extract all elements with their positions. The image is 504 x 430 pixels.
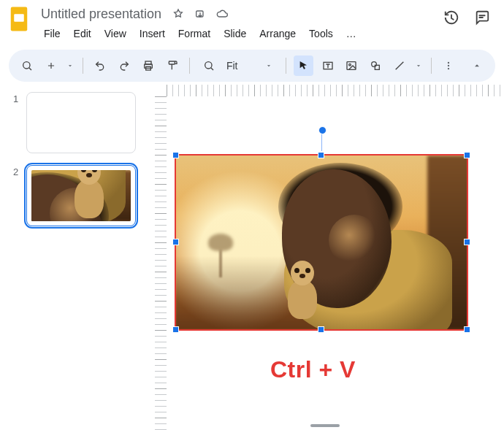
shape-tool[interactable] — [366, 55, 386, 76]
comments-icon[interactable] — [473, 9, 491, 26]
resize-handle-tr[interactable] — [464, 152, 470, 158]
undo-button[interactable] — [91, 55, 110, 76]
menu-file[interactable]: File — [38, 25, 66, 42]
resize-handle-tl[interactable] — [172, 152, 179, 158]
menu-format[interactable]: Format — [172, 25, 216, 42]
image-tool[interactable] — [342, 55, 362, 76]
resize-handle-br[interactable] — [464, 326, 470, 333]
annotation-text: Ctrl + V — [270, 356, 356, 383]
menu-more[interactable]: … — [340, 25, 364, 42]
redo-button[interactable] — [115, 55, 134, 76]
ruler-horizontal — [167, 85, 504, 96]
slide-thumbnail-1[interactable] — [26, 92, 136, 153]
svg-point-4 — [23, 62, 30, 69]
move-icon[interactable] — [194, 7, 207, 20]
slide-panel: 1 2 — [0, 82, 146, 430]
toolbar: Fit — [9, 50, 495, 82]
svg-point-16 — [448, 65, 449, 66]
svg-point-17 — [448, 68, 449, 69]
ruler-vertical — [155, 96, 167, 430]
textbox-tool[interactable] — [318, 55, 337, 76]
svg-point-13 — [372, 62, 377, 67]
line-tool[interactable] — [389, 55, 409, 76]
menu-slide[interactable]: Slide — [218, 25, 252, 42]
svg-point-15 — [448, 62, 449, 64]
svg-point-9 — [205, 62, 212, 69]
history-icon[interactable] — [443, 9, 460, 26]
doc-title[interactable]: Untitled presentation — [38, 6, 164, 23]
svg-point-12 — [349, 64, 351, 66]
thumbnail-image — [31, 170, 131, 221]
slide-canvas[interactable] — [175, 155, 467, 330]
zoom-label[interactable]: Fit — [224, 60, 241, 72]
menu-insert[interactable]: Insert — [134, 25, 171, 42]
menu-edit[interactable]: Edit — [68, 25, 97, 42]
star-icon[interactable] — [172, 7, 185, 20]
rotate-handle[interactable] — [321, 132, 322, 151]
menu-bar: File Edit View Insert Format Slide Arran… — [38, 25, 437, 42]
more-tools-button[interactable] — [439, 55, 459, 76]
cloud-status-icon[interactable] — [215, 7, 229, 20]
paint-format-button[interactable] — [162, 55, 182, 76]
slides-logo[interactable] — [6, 4, 32, 34]
select-tool[interactable] — [294, 55, 313, 76]
print-button[interactable] — [138, 55, 158, 76]
resize-handle-ml[interactable] — [172, 239, 179, 245]
line-dropdown[interactable] — [413, 55, 423, 76]
zoom-dropdown[interactable] — [245, 55, 277, 76]
menu-view[interactable]: View — [99, 25, 132, 42]
svg-rect-1 — [14, 14, 24, 22]
thumb-number: 1 — [13, 92, 20, 104]
selection-outline — [175, 154, 468, 331]
new-slide-dropdown[interactable] — [66, 55, 75, 76]
svg-rect-8 — [169, 61, 175, 64]
new-slide-button[interactable] — [42, 55, 61, 76]
resize-handle-bl[interactable] — [172, 326, 179, 333]
svg-rect-11 — [347, 62, 356, 70]
resize-handle-mr[interactable] — [464, 239, 470, 245]
speaker-notes-handle[interactable] — [310, 424, 340, 427]
thumb-number: 2 — [13, 165, 20, 177]
zoom-button[interactable] — [199, 55, 219, 76]
menu-arrange[interactable]: Arrange — [253, 25, 302, 42]
slide-thumbnail-2[interactable] — [26, 165, 136, 226]
collapse-toolbar-button[interactable] — [467, 55, 486, 76]
search-button[interactable] — [18, 55, 37, 76]
resize-handle-tm[interactable] — [318, 152, 324, 158]
resize-handle-bm[interactable] — [318, 326, 324, 333]
canvas-area[interactable]: Ctrl + V — [146, 82, 504, 430]
menu-tools[interactable]: Tools — [303, 25, 339, 42]
